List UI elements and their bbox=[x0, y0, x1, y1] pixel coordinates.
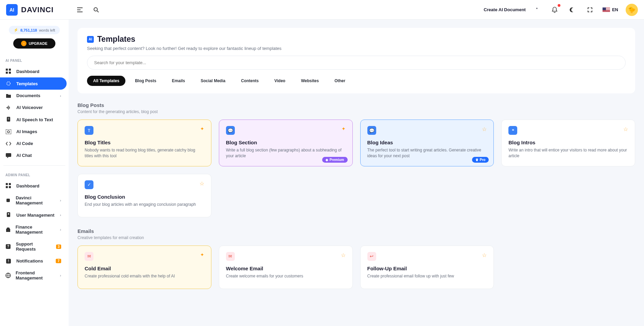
svg-rect-1 bbox=[6, 69, 8, 71]
search-input-wrap[interactable] bbox=[87, 56, 626, 70]
logo[interactable]: AI DAVINCI bbox=[6, 4, 75, 16]
language-label: EN bbox=[612, 7, 618, 12]
sidebar-item-finance-mgmt[interactable]: Finance Management › bbox=[0, 221, 67, 238]
card-blog-titles[interactable]: T ✦ Blog Titles Nobody wants to read bor… bbox=[77, 120, 211, 166]
card-cold-email[interactable]: ✉ ✦ Cold Email Create professional cold … bbox=[77, 246, 211, 289]
card-followup-email[interactable]: ↩ ☆ Follow-Up Email Create professional … bbox=[360, 246, 494, 289]
template-tabs: All Templates Blog Posts Emails Social M… bbox=[87, 76, 626, 86]
code-icon bbox=[5, 142, 12, 146]
language-selector[interactable]: EN bbox=[603, 7, 618, 12]
sidebar-item-label: Dashboard bbox=[16, 69, 39, 74]
sparkle-icon[interactable]: ✦ bbox=[342, 126, 346, 131]
card-desc: End your blog articles with an engaging … bbox=[85, 202, 204, 207]
sidebar-item-davinci-mgmt[interactable]: Davinci Management › bbox=[0, 192, 67, 209]
page-title: AI Templates bbox=[87, 35, 626, 44]
badge-count: 7 bbox=[56, 259, 61, 263]
dark-mode-button[interactable] bbox=[567, 5, 577, 15]
star-outline-icon[interactable]: ☆ bbox=[623, 126, 628, 132]
card-blog-section[interactable]: 💬 ✦ Blog Section Write a full blog secti… bbox=[219, 120, 353, 166]
sidebar-item-user-mgmt[interactable]: User Management › bbox=[0, 209, 67, 221]
tab-all[interactable]: All Templates bbox=[87, 76, 125, 86]
chevron-right-icon: › bbox=[60, 198, 61, 202]
sidebar-item-documents[interactable]: Documents › bbox=[0, 90, 67, 102]
card-title: Blog Intros bbox=[508, 140, 628, 145]
tab-websites[interactable]: Websites bbox=[295, 76, 325, 86]
star-outline-icon[interactable]: ☆ bbox=[482, 126, 487, 132]
tab-blog[interactable]: Blog Posts bbox=[129, 76, 162, 86]
search-button[interactable] bbox=[91, 5, 101, 15]
speech-icon bbox=[5, 117, 12, 122]
sidebar-item-templates[interactable]: Templates bbox=[0, 77, 67, 90]
sidebar-item-speech[interactable]: AI Speech to Text bbox=[0, 113, 67, 126]
card-desc: Write an intro that will entice your vis… bbox=[508, 147, 628, 159]
support-icon: ? bbox=[5, 244, 11, 249]
svg-rect-13 bbox=[9, 186, 11, 188]
sidebar-item-dashboard[interactable]: Dashboard bbox=[0, 65, 67, 77]
svg-rect-3 bbox=[6, 72, 8, 74]
svg-rect-10 bbox=[6, 183, 8, 185]
sidebar-item-chat[interactable]: AI Chat bbox=[0, 149, 67, 161]
star-outline-icon[interactable]: ☆ bbox=[341, 252, 346, 258]
template-icon: ✓ bbox=[85, 180, 93, 189]
sparkle-icon[interactable]: ✦ bbox=[200, 252, 204, 257]
sidebar-item-label: AI Speech to Text bbox=[16, 117, 53, 122]
template-icon: ✉ bbox=[226, 252, 235, 261]
logo-icon: AI bbox=[6, 4, 18, 16]
tab-emails[interactable]: Emails bbox=[166, 76, 191, 86]
sidebar-item-notifications[interactable]: ! Notifications 7 bbox=[0, 255, 67, 267]
templates-panel: AI Templates Seeking that perfect conten… bbox=[77, 28, 635, 93]
section-title: Emails bbox=[77, 228, 635, 234]
sidebar-item-images[interactable]: AI Images bbox=[0, 126, 67, 138]
menu-toggle-button[interactable] bbox=[75, 5, 85, 15]
sidebar-item-label: Documents bbox=[16, 93, 40, 98]
upgrade-button[interactable]: ↑ UPGRADE bbox=[13, 38, 55, 49]
tab-video[interactable]: Video bbox=[268, 76, 291, 86]
template-icon: T bbox=[85, 126, 93, 135]
sidebar-item-code[interactable]: AI Code bbox=[0, 138, 67, 149]
tab-contents[interactable]: Contents bbox=[235, 76, 265, 86]
svg-point-8 bbox=[7, 131, 10, 133]
template-icon: ↩ bbox=[367, 252, 376, 261]
badge-label: Pro bbox=[480, 158, 486, 162]
notifications-button[interactable] bbox=[550, 5, 560, 15]
card-blog-intros[interactable]: ❝ ☆ Blog Intros Write an intro that will… bbox=[501, 120, 635, 166]
page-subtitle: Seeking that perfect content? Look no fu… bbox=[87, 46, 626, 51]
card-blog-ideas[interactable]: 💬 ☆ Blog Ideas The perfect tool to start… bbox=[360, 120, 494, 166]
sidebar-item-label: AI Chat bbox=[16, 153, 32, 158]
folder-icon bbox=[5, 93, 12, 98]
card-title: Blog Section bbox=[226, 140, 346, 145]
card-desc: The perfect tool to start writing great … bbox=[367, 147, 487, 159]
premium-badge: ◆ Premium bbox=[322, 157, 348, 163]
sidebar-item-voiceover[interactable]: AI Voiceover bbox=[0, 102, 67, 113]
sparkle-icon[interactable]: ✦ bbox=[200, 126, 204, 131]
star-outline-icon[interactable]: ☆ bbox=[482, 252, 487, 258]
fullscreen-button[interactable] bbox=[585, 5, 595, 15]
words-left-badge: ⚡ 8,751,118 words left bbox=[9, 26, 60, 34]
tab-other[interactable]: Other bbox=[328, 76, 351, 86]
money-icon bbox=[5, 227, 11, 232]
sidebar-item-admin-dashboard[interactable]: Dashboard bbox=[0, 180, 67, 192]
sidebar-item-frontend-mgmt[interactable]: Frontend Management › bbox=[0, 267, 67, 284]
dashboard-icon bbox=[5, 69, 12, 74]
card-title: Blog Conclusion bbox=[85, 194, 204, 200]
section-subtitle: Creative templates for email creation bbox=[77, 235, 635, 240]
svg-point-0 bbox=[94, 7, 98, 11]
card-welcome-email[interactable]: ✉ ☆ Welcome Email Create welcome emails … bbox=[219, 246, 353, 289]
svg-rect-9 bbox=[6, 153, 11, 157]
blog-cards: T ✦ Blog Titles Nobody wants to read bor… bbox=[77, 120, 635, 217]
create-document-dropdown[interactable]: Create AI Document ˄ bbox=[480, 5, 542, 14]
badge-count: 3 bbox=[56, 244, 61, 249]
svg-rect-14 bbox=[6, 199, 10, 202]
sidebar-item-support[interactable]: ? Support Requests 3 bbox=[0, 238, 67, 255]
section-subtitle: Content for the generating articles, blo… bbox=[77, 109, 635, 114]
svg-rect-4 bbox=[9, 72, 11, 74]
sidebar-section-ai: AI PANEL bbox=[0, 55, 69, 65]
search-input[interactable] bbox=[94, 60, 619, 65]
svg-rect-12 bbox=[6, 186, 8, 188]
avatar[interactable]: 🐤 bbox=[626, 4, 638, 16]
tab-social[interactable]: Social Media bbox=[195, 76, 232, 86]
svg-rect-2 bbox=[9, 69, 11, 71]
card-title: Cold Email bbox=[85, 266, 204, 271]
card-blog-conclusion[interactable]: ✓ ☆ Blog Conclusion End your blog articl… bbox=[77, 174, 211, 217]
star-outline-icon[interactable]: ☆ bbox=[199, 180, 204, 187]
